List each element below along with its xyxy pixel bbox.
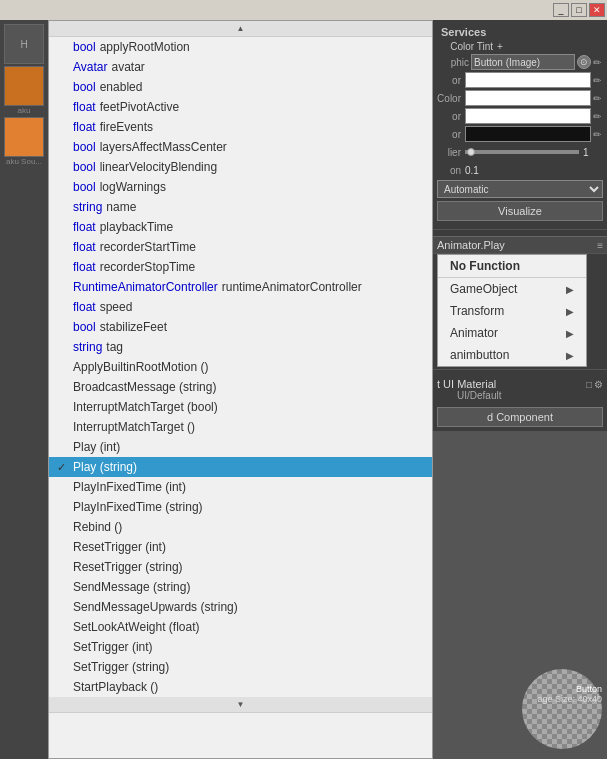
list-item[interactable]: bool enabled [49,77,432,97]
maximize-button[interactable]: □ [571,3,587,17]
item-name: applyRootMotion [100,40,190,54]
item-name: PlayInFixedTime (int) [73,480,186,494]
material-value: UI/Default [437,390,603,401]
edit-icon-3[interactable]: ✏ [593,93,603,104]
sidebar-icon-aku[interactable] [4,66,44,106]
list-item[interactable]: BroadcastMessage (string) [49,377,432,397]
list-item[interactable]: ResetTrigger (int) [49,537,432,557]
context-item-gameobject[interactable]: GameObject ▶ [438,278,586,300]
phic-label: phic [437,57,469,68]
context-item-animbutton[interactable]: animbutton ▶ [438,344,586,366]
list-item[interactable]: PlayInFixedTime (string) [49,497,432,517]
color-label-or3: or [437,129,465,140]
item-name: SetTrigger (string) [73,660,169,674]
list-item[interactable]: SetLookAtWeight (float) [49,617,432,637]
list-item[interactable]: float recorderStopTime [49,257,432,277]
list-item[interactable]: float feetPivotActive [49,97,432,117]
item-type: string [73,340,102,354]
material-icon-1[interactable]: □ [586,379,592,390]
list-item[interactable]: ✓Play (string) [49,457,432,477]
preview-checkerboard [522,669,602,749]
scroll-down-arrow[interactable]: ▼ [49,697,432,713]
list-item[interactable]: SendMessageUpwards (string) [49,597,432,617]
slider-track[interactable] [465,150,579,154]
edit-icon-5[interactable]: ✏ [593,129,603,140]
list-item[interactable]: float playbackTime [49,217,432,237]
context-item-animator[interactable]: Animator ▶ [438,322,586,344]
item-name: BroadcastMessage (string) [73,380,216,394]
close-button[interactable]: ✕ [589,3,605,17]
sidebar-icon-aku-sou[interactable] [4,117,44,157]
right-panel: Services Color Tint + phic Button (Image… [433,20,607,759]
list-item[interactable]: float speed [49,297,432,317]
dropdown-list[interactable]: ▲ bool applyRootMotionAvatar avatarbool … [48,20,433,759]
minimize-button[interactable]: _ [553,3,569,17]
scroll-up-arrow[interactable]: ▲ [49,21,432,37]
list-item[interactable]: string tag [49,337,432,357]
edit-icon-2[interactable]: ✏ [593,75,603,86]
separator-1 [433,229,607,230]
list-item[interactable]: Avatar avatar [49,57,432,77]
color-field-2[interactable] [465,90,591,106]
preview-size-label: age Size: 40x40 [537,694,602,704]
edit-icon-4[interactable]: ✏ [593,111,603,122]
item-name: SendMessageUpwards (string) [73,600,238,614]
list-item[interactable]: SetTrigger (string) [49,657,432,677]
list-item[interactable]: ApplyBuiltinRootMotion () [49,357,432,377]
add-component-button[interactable]: d Component [437,407,603,427]
list-item[interactable]: SetTrigger (int) [49,637,432,657]
title-bar: _ □ ✕ [0,0,607,20]
item-type: bool [73,180,96,194]
on-value: 0.1 [465,165,479,176]
item-type: string [73,200,102,214]
list-item[interactable]: ResetTrigger (string) [49,557,432,577]
visualize-button[interactable]: Visualize [437,201,603,221]
list-item[interactable]: float recorderStartTime [49,237,432,257]
item-type: bool [73,140,96,154]
color-field-4[interactable] [465,126,591,142]
item-name: PlayInFixedTime (string) [73,500,203,514]
context-item-transform[interactable]: Transform ▶ [438,300,586,322]
list-item[interactable]: bool applyRootMotion [49,37,432,57]
item-name: SetLookAtWeight (float) [73,620,200,634]
list-item[interactable]: bool stabilizeFeet [49,317,432,337]
color-tint-plus: + [497,41,503,52]
color-field-1[interactable] [465,72,591,88]
item-type: bool [73,160,96,174]
material-icons: □ ⚙ [586,379,603,390]
item-name: speed [100,300,133,314]
context-item-no-function[interactable]: No Function [438,255,586,277]
item-name: enabled [100,80,143,94]
list-item[interactable]: float fireEvents [49,117,432,137]
list-item[interactable]: string name [49,197,432,217]
automatic-select[interactable]: Automatic [437,180,603,198]
list-item[interactable]: Rebind () [49,517,432,537]
list-item[interactable]: InterruptMatchTarget () [49,417,432,437]
item-type: bool [73,320,96,334]
list-item[interactable]: InterruptMatchTarget (bool) [49,397,432,417]
item-type: bool [73,40,96,54]
list-item[interactable]: bool layersAffectMassCenter [49,137,432,157]
item-name: name [106,200,136,214]
color-row-2: Color ✏ [433,89,607,107]
item-name: recorderStartTime [100,240,196,254]
item-name: avatar [111,60,144,74]
list-item[interactable]: Play (int) [49,437,432,457]
slider-thumb[interactable] [467,148,475,156]
list-item[interactable]: SendMessage (string) [49,577,432,597]
automatic-row: Automatic [433,179,607,199]
item-type: RuntimeAnimatorController [73,280,218,294]
animator-menu-button[interactable]: ≡ [597,240,603,251]
sidebar-label-aku: aku [18,106,31,115]
item-type: bool [73,80,96,94]
list-item[interactable]: bool linearVelocityBlending [49,157,432,177]
color-field-3[interactable] [465,108,591,124]
sidebar-icon-1[interactable]: H [4,24,44,64]
list-item[interactable]: StartPlayback () [49,677,432,697]
list-item[interactable]: bool logWarnings [49,177,432,197]
edit-icon-1[interactable]: ✏ [593,57,603,68]
button-image-circle[interactable]: ⊙ [577,55,591,69]
list-item[interactable]: RuntimeAnimatorController runtimeAnimato… [49,277,432,297]
material-icon-2[interactable]: ⚙ [594,379,603,390]
list-item[interactable]: PlayInFixedTime (int) [49,477,432,497]
